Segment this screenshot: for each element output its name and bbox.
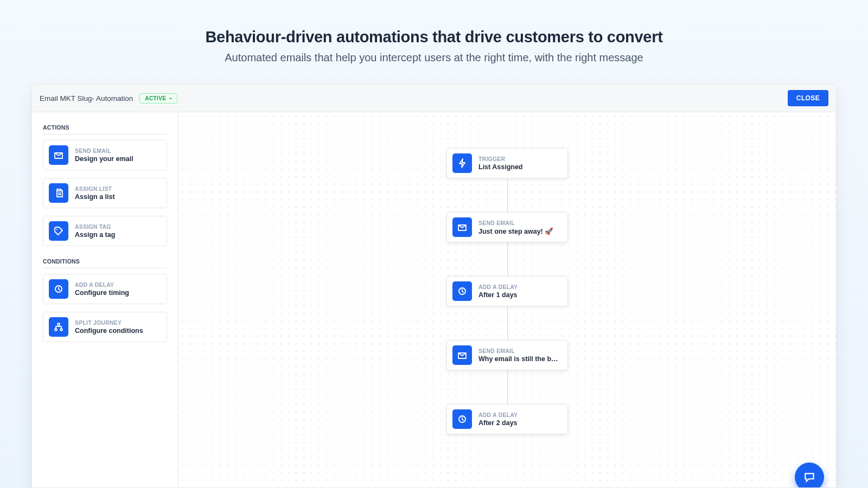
- mail-icon: [452, 217, 472, 237]
- bolt-icon: [452, 153, 472, 173]
- flow-connector: [507, 242, 508, 276]
- sidebar-action-0[interactable]: SEND EMAIL Design your email: [43, 140, 167, 170]
- node-title: Why email is still the best wa...: [478, 355, 560, 363]
- mail-icon: [452, 345, 472, 365]
- chat-fab[interactable]: [795, 463, 824, 487]
- node-kicker: SEND EMAIL: [478, 348, 560, 354]
- node-kicker: SEND EMAIL: [478, 220, 553, 226]
- app-header: Email MKT Slug- Automation ACTIVE CLOSE: [32, 85, 836, 112]
- sidebar-action-1[interactable]: ASSIGN LIST Assign a list: [43, 178, 167, 208]
- card-title: Assign a tag: [75, 231, 115, 239]
- sidebar-condition-1[interactable]: SPLIT JOURNEY Configure conditions: [43, 312, 167, 342]
- clock-icon: [49, 279, 68, 299]
- flow-node-2[interactable]: ADD A DELAY After 1 days: [446, 276, 568, 306]
- sidebar-condition-0[interactable]: ADD A DELAY Configure timing: [43, 274, 167, 304]
- mail-icon: [49, 145, 68, 165]
- automation-title: Email MKT Slug- Automation: [40, 94, 133, 102]
- node-kicker: ADD A DELAY: [478, 412, 518, 418]
- status-badge[interactable]: ACTIVE: [139, 93, 177, 104]
- flow-node-4[interactable]: ADD A DELAY After 2 days: [446, 404, 568, 434]
- page-title: Behaviour-driven automations that drive …: [11, 28, 857, 46]
- tag-icon: [49, 221, 68, 241]
- node-kicker: ADD A DELAY: [478, 284, 518, 290]
- flow-node-3[interactable]: SEND EMAIL Why email is still the best w…: [446, 340, 568, 370]
- flow-connector: [507, 306, 508, 340]
- status-label: ACTIVE: [145, 95, 166, 101]
- clip-icon: [49, 183, 68, 203]
- node-title: Just one step away! 🚀: [478, 227, 553, 235]
- chat-icon: [803, 471, 816, 484]
- card-title: Configure timing: [75, 289, 129, 297]
- card-title: Configure conditions: [75, 327, 143, 335]
- card-kicker: ADD A DELAY: [75, 281, 129, 288]
- close-button[interactable]: CLOSE: [788, 90, 828, 106]
- card-kicker: SPLIT JOURNEY: [75, 319, 143, 326]
- sidebar-section-actions: ACTIONS: [43, 123, 167, 134]
- card-kicker: ASSIGN LIST: [75, 185, 115, 192]
- flow-node-1[interactable]: SEND EMAIL Just one step away! 🚀: [446, 212, 568, 242]
- flow-connector: [507, 370, 508, 404]
- automation-builder: Email MKT Slug- Automation ACTIVE CLOSE …: [31, 84, 837, 488]
- card-title: Design your email: [75, 155, 133, 163]
- card-kicker: SEND EMAIL: [75, 147, 133, 154]
- flow-connector: [507, 178, 508, 212]
- chevron-down-icon: [168, 96, 173, 101]
- node-title: After 2 days: [478, 419, 518, 427]
- node-kicker: TRIGGER: [478, 156, 523, 162]
- sidebar-section-conditions: CONDITIONS: [43, 257, 167, 268]
- split-icon: [49, 317, 68, 337]
- clock-icon: [452, 281, 472, 301]
- node-title: List Assigned: [478, 163, 523, 171]
- flow-node-0[interactable]: TRIGGER List Assigned: [446, 148, 568, 178]
- page-subtitle: Automated emails that help you intercept…: [11, 52, 857, 64]
- sidebar-action-2[interactable]: ASSIGN TAG Assign a tag: [43, 216, 167, 246]
- card-title: Assign a list: [75, 193, 115, 201]
- node-title: After 1 days: [478, 291, 518, 299]
- flow-canvas[interactable]: TRIGGER List Assigned SEND EMAIL Just on…: [178, 112, 836, 487]
- clock-icon: [452, 409, 472, 429]
- sidebar: ACTIONS SEND EMAIL Design your email ASS…: [32, 112, 178, 487]
- card-kicker: ASSIGN TAG: [75, 223, 115, 230]
